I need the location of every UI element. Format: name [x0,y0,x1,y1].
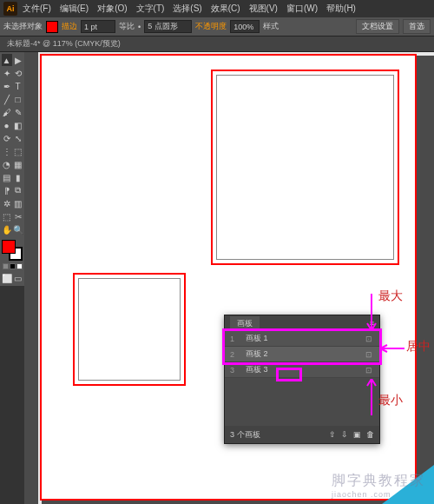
shape-builder-tool-icon[interactable]: ◔ [2,158,12,170]
style-label: 样式 [263,21,279,32]
annotation-label-max: 最大 [378,288,403,304]
document-tab[interactable]: 未标题-4* @ 117% (CMYK/预览) [7,38,121,50]
new-artboard-icon[interactable]: ▣ [353,430,361,439]
eraser-tool-icon[interactable]: ◧ [13,119,23,131]
perspective-tool-icon[interactable]: ▦ [13,158,23,170]
direct-select-tool-icon[interactable]: ▶ [13,54,23,66]
artboard-1[interactable] [211,70,399,265]
watermark-corner [382,465,434,504]
stroke-label: 描边 [62,21,77,32]
row-number: 2 [230,350,239,359]
menu-file[interactable]: 文件(F) [19,1,55,17]
blend-tool-icon[interactable]: ⧉ [13,184,23,196]
toolbox: ▲▶ ✦⟲ ✒T ╱□ 🖌✎ ●◧ ⟳⤡ ⋮⬚ ◔▦ ▤▮ ⁋⧉ ✲▥ ⬚✂ ✋… [0,52,24,286]
gradient-tool-icon[interactable]: ▮ [13,171,23,183]
artboard-row[interactable]: 3 画板 3 ⊡ [225,362,379,378]
menu-window[interactable]: 窗口(W) [283,1,321,17]
selection-tool-icon[interactable]: ▲ [2,54,12,66]
menu-object[interactable]: 对象(O) [94,1,130,17]
shape-profile-input[interactable] [144,20,192,33]
fill-color-icon[interactable] [2,240,16,254]
artboard-options-icon[interactable]: ⊡ [365,366,374,375]
doc-setup-button[interactable]: 文档设置 [356,19,399,34]
menu-help[interactable]: 帮助(H) [323,1,359,17]
pencil-tool-icon[interactable]: ✎ [13,106,23,118]
move-up-icon[interactable]: ⇧ [329,430,336,439]
menu-edit[interactable]: 编辑(E) [56,1,92,17]
opacity-input[interactable] [230,20,260,33]
menu-effect[interactable]: 效果(C) [207,1,244,17]
color-mode-swatches[interactable] [3,263,23,269]
line-tool-icon[interactable]: ╱ [2,93,12,105]
row-number: 3 [230,366,239,375]
artboard-list: 1 画板 1 ⊡ 2 画板 2 ⊡ 3 画板 3 ⊡ [225,331,379,378]
pen-tool-icon[interactable]: ✒ [2,80,12,92]
fill-swatch[interactable] [46,21,58,33]
selection-status: 未选择对象 [3,21,43,32]
panel-tab[interactable]: 画板 [230,316,260,331]
options-bar: 未选择对象 描边 等比 • 不透明度 样式 文档设置 首选 [0,17,434,36]
rotate-tool-icon[interactable]: ⟳ [2,132,12,144]
slice-tool-icon[interactable]: ✂ [13,210,23,222]
hand-tool-icon[interactable]: ✋ [2,223,12,235]
magic-wand-tool-icon[interactable]: ✦ [2,67,12,79]
panel-menu-icon[interactable]: ≡ [370,319,374,328]
type-tool-icon[interactable]: T [13,80,23,92]
menu-select[interactable]: 选择(S) [169,1,205,17]
annotation-label-mid: 居中 [406,339,431,355]
stroke-weight-input[interactable] [81,20,115,33]
blob-brush-tool-icon[interactable]: ● [2,119,12,131]
artboard-options-icon[interactable]: ⊡ [365,335,374,343]
artboard-2[interactable] [73,273,186,386]
color-picker[interactable] [2,240,23,261]
zoom-tool-icon[interactable]: 🔍 [13,223,23,235]
panel-header[interactable]: 画板 ≡ [225,315,379,331]
artboards-panel: 画板 ≡ 1 画板 1 ⊡ 2 画板 2 ⊡ 3 画板 3 ⊡ 3 个画板 ⇧ … [224,315,380,444]
artboard-row[interactable]: 2 画板 2 ⊡ [225,347,379,362]
panel-footer: 3 个画板 ⇧ ⇩ ▣ 🗑 [225,426,379,443]
annotation-label-min: 最小 [378,393,403,408]
row-name: 画板 2 [246,348,358,360]
delete-artboard-icon[interactable]: 🗑 [366,430,374,439]
menu-bar: Ai 文件(F) 编辑(E) 对象(O) 文字(T) 选择(S) 效果(C) 视… [0,0,434,17]
artboard-options-icon[interactable]: ⊡ [365,350,374,359]
row-name: 画板 3 [246,364,358,375]
lasso-tool-icon[interactable]: ⟲ [13,67,23,79]
screen-mode-icon[interactable]: ⬜ [2,272,12,284]
uniform-label[interactable]: 等比 [119,21,135,32]
artboard-tool-icon[interactable]: ⬚ [2,210,12,222]
row-name: 画板 1 [246,333,358,344]
paintbrush-tool-icon[interactable]: 🖌 [2,106,12,118]
change-screen-icon[interactable]: ▭ [13,272,23,284]
mesh-tool-icon[interactable]: ▤ [2,171,12,183]
document-tab-bar: 未标题-4* @ 117% (CMYK/预览) [0,36,434,52]
graph-tool-icon[interactable]: ▥ [13,197,23,209]
menu-type[interactable]: 文字(T) [133,1,168,17]
artboard-row[interactable]: 1 画板 1 ⊡ [225,331,379,347]
artboard-count: 3 个画板 [230,429,260,441]
panel-empty-area [225,378,379,426]
menu-view[interactable]: 视图(V) [246,1,281,17]
rectangle-tool-icon[interactable]: □ [13,93,23,105]
opacity-label: 不透明度 [195,21,227,32]
row-number: 1 [230,335,239,343]
prefs-button[interactable]: 首选 [403,19,431,34]
eyedropper-tool-icon[interactable]: ⁋ [2,184,12,196]
symbol-sprayer-tool-icon[interactable]: ✲ [2,197,12,209]
scale-tool-icon[interactable]: ⤡ [13,132,23,144]
width-tool-icon[interactable]: ⋮ [2,145,12,157]
move-down-icon[interactable]: ⇩ [341,430,348,439]
free-transform-tool-icon[interactable]: ⬚ [13,145,23,157]
app-logo-icon: Ai [3,2,17,16]
